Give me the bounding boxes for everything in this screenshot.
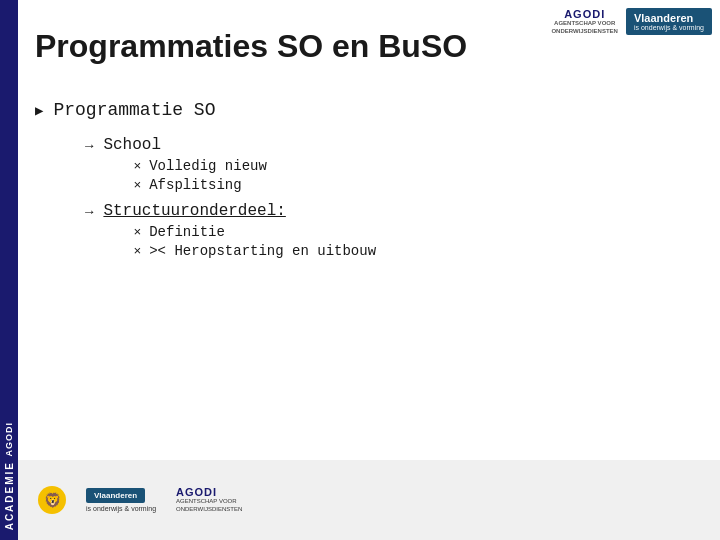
agodi-top-label: AGODI: [564, 8, 605, 20]
x-bullet-icon-1: ×: [133, 159, 141, 174]
level3-definitie: × Definitie: [133, 224, 376, 240]
vlaanderen-logo-top: Vlaanderen is onderwijs & vorming: [626, 8, 712, 35]
level1-item: ▶ Programmatie SO: [35, 100, 700, 120]
triangle-bullet-icon: ▶: [35, 102, 43, 119]
slide: AGODI ACADEMIE AGODI AGENTSCHAP VOORONDE…: [0, 0, 720, 540]
lion-icon: 🦁: [38, 486, 66, 514]
footer-vlaanderen-label: Vlaanderen: [86, 488, 145, 503]
level3-heropstarting-label: >< Heropstarting en uitbouw: [149, 243, 376, 259]
header-logos: AGODI AGENTSCHAP VOORONDERWIJS­DIENSTEN …: [551, 8, 712, 35]
level3-heropstarting: × >< Heropstarting en uitbouw: [133, 243, 376, 259]
main-title: Programmaties SO en BuSO: [35, 28, 467, 65]
level2-structuur: → Structuuronderdeel: × Definitie × >< H…: [85, 202, 700, 262]
level3-volledig-label: Volledig nieuw: [149, 158, 267, 174]
level3-structuur-items: × Definitie × >< Heropstarting en uitbou…: [133, 224, 376, 259]
level3-afsplitsing: × Afsplitsing: [133, 177, 266, 193]
footer-vlaanderen: Vlaanderen is onderwijs & vorming: [86, 488, 156, 512]
x-bullet-icon-2: ×: [133, 178, 141, 193]
sidebar-academie-text: ACADEMIE: [4, 461, 15, 530]
agodi-top-subtext: AGENTSCHAP VOORONDERWIJS­DIENSTEN: [551, 20, 618, 34]
level2-group: → School × Volledig nieuw × Afsplitsing: [85, 136, 700, 262]
level3-afsplitsing-label: Afsplitsing: [149, 177, 241, 193]
vlaanderen-top-sub: is onderwijs & vorming: [634, 24, 704, 31]
x-bullet-icon-4: ×: [133, 244, 141, 259]
left-sidebar: AGODI ACADEMIE: [0, 0, 18, 540]
level3-school-items: × Volledig nieuw × Afsplitsing: [133, 158, 266, 193]
arrow-icon-school: →: [85, 138, 93, 154]
x-bullet-icon-3: ×: [133, 225, 141, 240]
arrow-icon-structuur: →: [85, 204, 93, 220]
content-area: ▶ Programmatie SO → School × Volledig ni…: [35, 100, 700, 282]
level3-definitie-label: Definitie: [149, 224, 225, 240]
footer-agodi-label: AGODI: [176, 486, 217, 498]
vlaanderen-top-label: Vlaanderen: [634, 12, 693, 24]
level1-label: Programmatie SO: [53, 100, 215, 120]
sidebar-agodi-text: AGODI: [4, 422, 14, 457]
footer: 🦁 Vlaanderen is onderwijs & vorming AGOD…: [18, 460, 720, 540]
level2-school: → School × Volledig nieuw × Afsplitsing: [85, 136, 700, 196]
footer-vlaanderen-sub: is onderwijs & vorming: [86, 505, 156, 512]
level2-structuur-label: Structuuronderdeel:: [103, 202, 285, 220]
level2-school-label: School: [103, 136, 161, 154]
agodi-logo-top: AGODI AGENTSCHAP VOORONDERWIJS­DIENSTEN: [551, 8, 618, 34]
level3-volledig: × Volledig nieuw: [133, 158, 266, 174]
footer-agodi: AGODI AGENTSCHAP VOORONDERWIJS­DIENSTEN: [176, 486, 242, 514]
footer-agodi-sub: AGENTSCHAP VOORONDERWIJS­DIENSTEN: [176, 498, 242, 514]
